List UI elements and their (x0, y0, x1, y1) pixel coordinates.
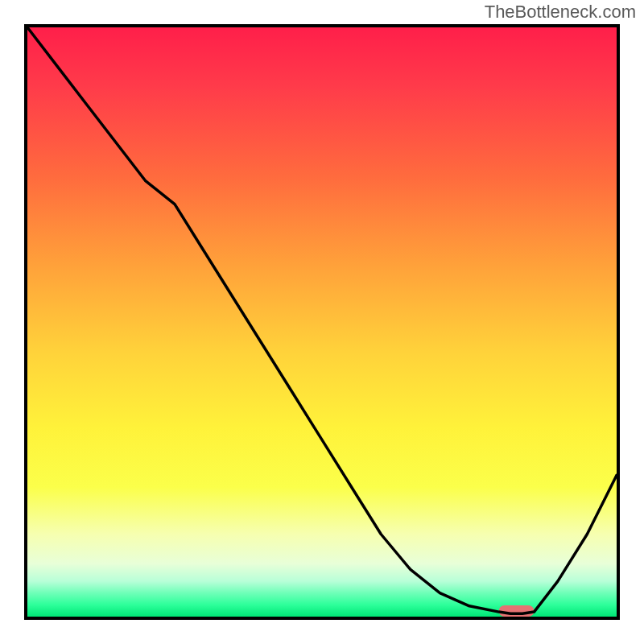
chart-overlay (27, 27, 617, 617)
chart-plot-area (24, 24, 620, 620)
chart-curve (27, 27, 617, 613)
attribution-label: TheBottleneck.com (485, 2, 636, 23)
